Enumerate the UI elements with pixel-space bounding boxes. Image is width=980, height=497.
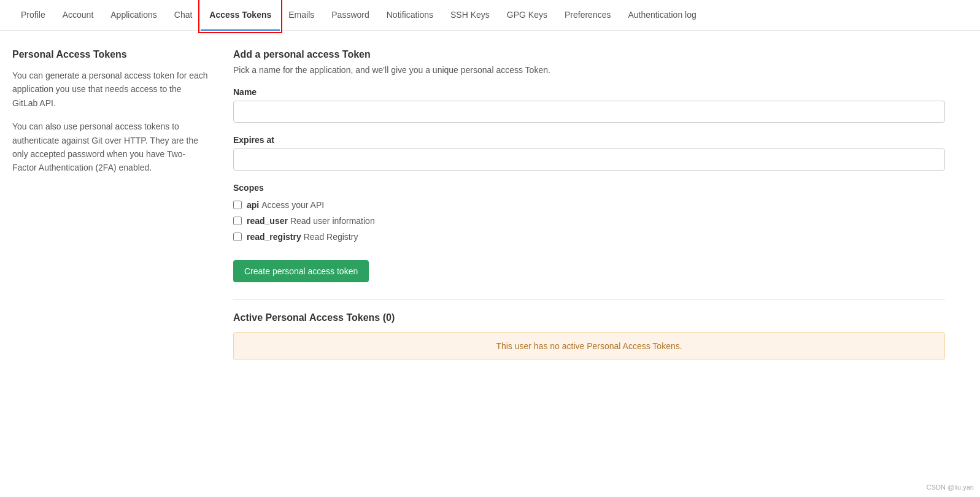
nav-item-applications[interactable]: Applications [102, 0, 166, 31]
nav-item-preferences[interactable]: Preferences [556, 0, 619, 31]
scopes-group: Scopes apiAccess your APIread_userRead u… [233, 183, 945, 242]
scope-name-read_registry: read_registry [247, 232, 301, 242]
scope-desc-read_user: Read user information [290, 216, 375, 226]
scope-name-api: api [247, 200, 259, 210]
nav-item-account[interactable]: Account [54, 0, 102, 31]
scope-item-api: apiAccess your API [233, 200, 945, 210]
expires-group: Expires at [233, 135, 945, 171]
expires-label: Expires at [233, 135, 945, 145]
nav-item-ssh-keys[interactable]: SSH Keys [442, 0, 498, 31]
nav-bar: ProfileAccountApplicationsChatAccess Tok… [0, 0, 980, 31]
nav-item-password[interactable]: Password [323, 0, 377, 31]
scope-checkbox-read_registry[interactable] [233, 233, 242, 241]
nav-item-chat[interactable]: Chat [166, 0, 201, 31]
nav-item-gpg-keys[interactable]: GPG Keys [498, 0, 556, 31]
scope-checkbox-read_user[interactable] [233, 217, 242, 225]
name-label: Name [233, 87, 945, 97]
scope-checkbox-api[interactable] [233, 201, 242, 209]
left-column: Personal Access Tokens You can generate … [12, 49, 209, 360]
nav-item-auth-log[interactable]: Authentication log [619, 0, 704, 31]
expires-input[interactable] [233, 148, 945, 171]
scope-item-read_registry: read_registryRead Registry [233, 232, 945, 242]
right-column: Add a personal access Token Pick a name … [233, 49, 945, 360]
form-section-desc: Pick a name for the application, and we'… [233, 65, 945, 75]
left-desc2: You can also use personal access tokens … [12, 120, 209, 175]
nav-item-emails[interactable]: Emails [280, 0, 323, 31]
scopes-container: apiAccess your APIread_userRead user inf… [233, 200, 945, 242]
active-tokens-title: Active Personal Access Tokens (0) [233, 312, 945, 323]
left-desc1: You can generate a personal access token… [12, 69, 209, 110]
nav-item-access-tokens[interactable]: Access Tokens [201, 0, 280, 31]
scope-name-read_user: read_user [247, 216, 288, 226]
nav-item-notifications[interactable]: Notifications [378, 0, 442, 31]
name-input[interactable] [233, 101, 945, 123]
no-tokens-message: This user has no active Personal Access … [233, 332, 945, 360]
create-token-button[interactable]: Create personal access token [233, 260, 369, 282]
scope-desc-read_registry: Read Registry [304, 232, 358, 242]
section-divider [233, 299, 945, 300]
form-section-title: Add a personal access Token [233, 49, 945, 60]
name-group: Name [233, 87, 945, 123]
main-content: Personal Access Tokens You can generate … [0, 31, 957, 379]
scopes-label: Scopes [233, 183, 945, 193]
left-title: Personal Access Tokens [12, 49, 209, 60]
scope-desc-api: Access your API [261, 200, 324, 210]
nav-item-profile[interactable]: Profile [12, 0, 54, 31]
scope-item-read_user: read_userRead user information [233, 216, 945, 226]
